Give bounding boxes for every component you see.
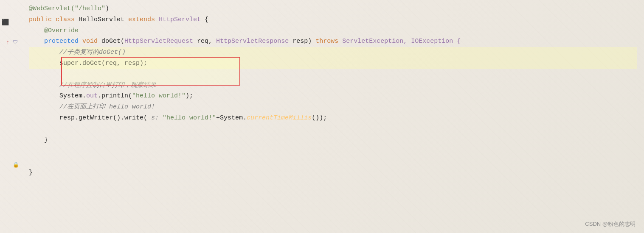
code-line-5: //子类复写的doGet() xyxy=(29,47,637,58)
token xyxy=(29,38,44,45)
code-line-14 xyxy=(29,145,637,156)
token: currentTimeMillis xyxy=(247,114,312,122)
token: ServletException, IOException { xyxy=(342,38,461,45)
token: HttpServlet xyxy=(159,16,205,23)
token: void xyxy=(82,38,101,45)
token: //子类复写的doGet() xyxy=(59,49,126,56)
token: //在程序控制台里打印，观察结果 xyxy=(59,82,156,89)
token: s: xyxy=(151,114,163,122)
token: @Override xyxy=(44,27,79,34)
token: HttpServletRequest xyxy=(124,38,197,45)
token xyxy=(29,60,59,67)
token: } xyxy=(29,169,33,176)
token: resp) xyxy=(292,38,315,45)
token xyxy=(29,82,59,89)
token: ); xyxy=(186,92,193,100)
token: ) xyxy=(105,5,109,12)
token: resp.getWriter().write( xyxy=(29,114,151,122)
token: out xyxy=(86,92,98,100)
gutter: ⬛ ↑ 🛡 🔒 xyxy=(0,0,22,233)
token xyxy=(29,49,59,56)
bookmark-icon: ⬛ xyxy=(2,19,9,26)
token: HelloServlet xyxy=(79,16,128,23)
token: { xyxy=(205,16,208,23)
token: extends xyxy=(128,16,159,23)
watermark: CSDN @粉色的志明 xyxy=(585,220,636,228)
code-line-9: System.out.println("hello world!"); xyxy=(29,91,637,102)
code-line-1: @WebServlet("/hello") xyxy=(29,3,637,14)
code-line-7 xyxy=(29,69,637,80)
token: System. xyxy=(29,92,86,100)
token: public xyxy=(29,16,56,23)
token xyxy=(29,103,59,111)
code-line-11: resp.getWriter().write( s: "hello world!… xyxy=(29,113,637,124)
token: protected xyxy=(44,38,82,45)
token: doGet( xyxy=(101,38,124,45)
token: . xyxy=(79,60,82,67)
token: "/hello" xyxy=(75,5,105,12)
code-line-15 xyxy=(29,156,637,167)
token: //在页面上打印 hello world! xyxy=(59,103,155,111)
code-content: @WebServlet("/hello") public class Hello… xyxy=(22,0,644,233)
token: "hello world!" xyxy=(163,114,216,122)
token: +System. xyxy=(216,114,247,122)
token: super xyxy=(59,60,79,67)
token: @WebServlet( xyxy=(29,5,75,12)
token: } xyxy=(29,136,48,144)
shield-icon: 🛡 xyxy=(13,39,18,45)
token: .println( xyxy=(98,92,132,100)
token: HttpServletResponse xyxy=(216,38,292,45)
arrow-up-icon: ↑ xyxy=(6,39,9,46)
token: ()); xyxy=(312,114,327,122)
code-line-16: } xyxy=(29,167,637,178)
code-line-12 xyxy=(29,124,637,135)
token: req, xyxy=(197,38,216,45)
token: throws xyxy=(315,38,342,45)
token: doGet xyxy=(82,60,101,67)
token: class xyxy=(56,16,79,23)
token: (req, resp); xyxy=(101,60,147,67)
code-line-6: super.doGet(req, resp); xyxy=(29,58,637,69)
lock-icon: 🔒 xyxy=(13,162,19,168)
watermark-text: CSDN @粉色的志明 xyxy=(585,221,636,227)
code-line-13: } xyxy=(29,135,637,146)
code-editor: ⬛ ↑ 🛡 🔒 @WebServlet("/hello") public cla… xyxy=(0,0,644,233)
code-line-10: //在页面上打印 hello world! xyxy=(29,102,637,113)
code-line-8: //在程序控制台里打印，观察结果 xyxy=(29,80,637,91)
code-line-4: protected void doGet(HttpServletRequest … xyxy=(29,36,637,47)
token xyxy=(29,27,44,34)
code-line-2: public class HelloServlet extends HttpSe… xyxy=(29,14,637,25)
code-line-3: @Override xyxy=(29,25,637,36)
token: "hello world!" xyxy=(132,92,186,100)
